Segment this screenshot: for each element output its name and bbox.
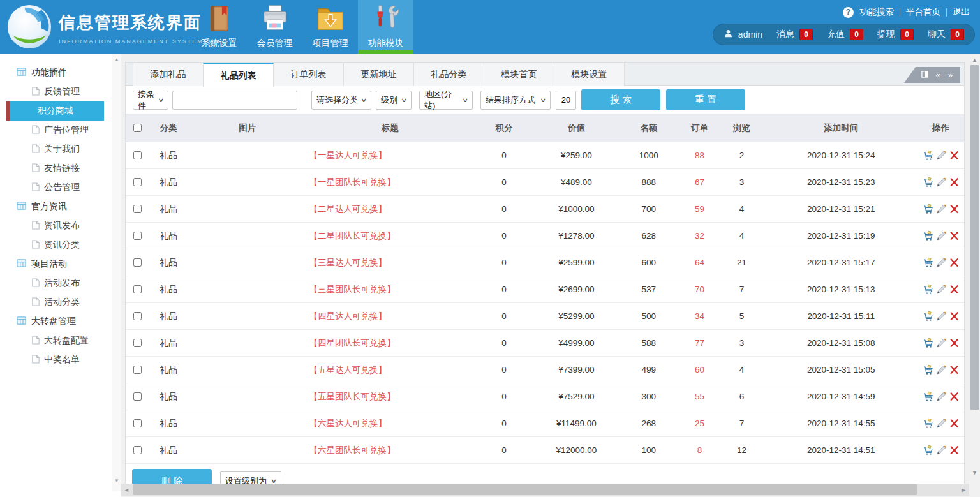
sidebar-item[interactable]: 积分商城 bbox=[6, 101, 104, 121]
cell-orders[interactable]: 8 bbox=[681, 437, 719, 463]
delete-icon[interactable] bbox=[949, 285, 959, 294]
scroll-right-icon[interactable]: ► bbox=[958, 484, 969, 496]
counter[interactable]: 聊天 0 bbox=[928, 29, 964, 40]
cell-title[interactable]: 【三星达人可兑换】 bbox=[308, 249, 473, 276]
delete-icon[interactable] bbox=[949, 338, 959, 348]
sidebar-item[interactable]: 关于我们 bbox=[0, 140, 112, 159]
cell-title[interactable]: 【二星团队长可兑换】 bbox=[308, 223, 473, 249]
sidebar-group-header[interactable]: 大转盘管理 bbox=[0, 312, 112, 331]
cell-title[interactable]: 【二星达人可兑换】 bbox=[308, 196, 473, 222]
cell-title[interactable]: 【一星团队长可兑换】 bbox=[308, 169, 473, 195]
scroll-up-icon[interactable]: ▲ bbox=[969, 54, 980, 65]
delete-icon[interactable] bbox=[949, 311, 959, 321]
nav-item-project-management[interactable]: 项目管理 bbox=[302, 0, 358, 54]
sidebar-item[interactable]: 活动分类 bbox=[0, 293, 112, 312]
scroll-down-icon[interactable]: ▼ bbox=[112, 476, 121, 485]
cell-orders[interactable]: 55 bbox=[681, 383, 719, 410]
nav-item-system-settings[interactable]: 系统设置 bbox=[191, 0, 247, 54]
row-checkbox[interactable] bbox=[133, 312, 142, 320]
delete-icon[interactable] bbox=[949, 258, 959, 267]
cart-icon[interactable] bbox=[923, 418, 933, 429]
tab[interactable]: 模块设置 bbox=[554, 63, 625, 86]
cart-icon[interactable] bbox=[923, 177, 933, 188]
cell-orders[interactable]: 25 bbox=[681, 410, 719, 436]
select-all-checkbox[interactable] bbox=[133, 124, 142, 132]
row-checkbox[interactable] bbox=[133, 366, 142, 374]
edit-icon[interactable] bbox=[936, 150, 947, 161]
level-select[interactable]: 级别 ∨ bbox=[376, 91, 412, 110]
cart-icon[interactable] bbox=[923, 311, 933, 322]
scroll-up-icon[interactable]: ▲ bbox=[112, 55, 121, 64]
nav-item-member-management[interactable]: 会员管理 bbox=[247, 0, 302, 54]
cell-orders[interactable]: 70 bbox=[681, 276, 719, 302]
sidebar-item[interactable]: 公告管理 bbox=[0, 178, 112, 197]
page-size-input[interactable] bbox=[556, 91, 576, 110]
cell-title[interactable]: 【五星达人可兑换】 bbox=[308, 357, 473, 383]
collapse-right-icon[interactable]: » bbox=[948, 70, 953, 80]
cart-icon[interactable] bbox=[923, 338, 933, 348]
username[interactable]: admin bbox=[738, 29, 762, 40]
delete-icon[interactable] bbox=[949, 365, 959, 375]
tab[interactable]: 更新地址 bbox=[343, 63, 414, 86]
edit-icon[interactable] bbox=[936, 230, 947, 241]
cell-orders[interactable]: 34 bbox=[681, 303, 719, 329]
delete-icon[interactable] bbox=[949, 177, 959, 187]
row-checkbox[interactable] bbox=[133, 258, 142, 267]
counter[interactable]: 提现 0 bbox=[877, 29, 914, 40]
row-checkbox[interactable] bbox=[133, 392, 142, 401]
cell-title[interactable]: 【四星达人可兑换】 bbox=[308, 303, 473, 329]
cell-title[interactable]: 【一星达人可兑换】 bbox=[308, 142, 473, 168]
cell-title[interactable]: 【四星团队长可兑换】 bbox=[308, 330, 473, 356]
cart-icon[interactable] bbox=[923, 230, 933, 241]
cell-title[interactable]: 【六星达人可兑换】 bbox=[308, 410, 473, 436]
cart-icon[interactable] bbox=[923, 284, 933, 295]
help-icon[interactable]: ? bbox=[843, 7, 854, 18]
delete-icon[interactable] bbox=[949, 204, 959, 214]
edit-icon[interactable] bbox=[936, 445, 947, 456]
cell-orders[interactable]: 59 bbox=[681, 196, 719, 222]
main-horizontal-scrollbar[interactable]: ◄ ► bbox=[121, 484, 969, 496]
scroll-down-icon[interactable]: ▼ bbox=[969, 467, 980, 478]
edit-icon[interactable] bbox=[936, 391, 947, 402]
row-checkbox[interactable] bbox=[133, 232, 142, 240]
cell-orders[interactable]: 32 bbox=[681, 223, 719, 249]
sidebar-item[interactable]: 广告位管理 bbox=[0, 121, 112, 140]
link-platform-home[interactable]: 平台首页 bbox=[906, 6, 940, 18]
sidebar-group-header[interactable]: 功能插件 bbox=[0, 63, 112, 82]
cart-icon[interactable] bbox=[923, 204, 933, 214]
cell-orders[interactable]: 67 bbox=[681, 169, 719, 195]
cart-icon[interactable] bbox=[923, 445, 933, 456]
panel-collapse-widget[interactable]: « » bbox=[904, 67, 960, 83]
counter[interactable]: 充值 0 bbox=[827, 29, 863, 40]
delete-icon[interactable] bbox=[949, 445, 959, 455]
edit-icon[interactable] bbox=[936, 284, 947, 295]
condition-select[interactable]: 按条件 ∨ bbox=[133, 91, 168, 110]
tab[interactable]: 订单列表 bbox=[273, 63, 344, 86]
reset-button[interactable]: 重 置 bbox=[666, 89, 745, 110]
sidebar-item[interactable]: 大转盘配置 bbox=[0, 331, 112, 350]
main-vertical-scrollbar[interactable]: ▲ ▼ bbox=[969, 54, 980, 497]
row-checkbox[interactable] bbox=[133, 151, 142, 159]
row-checkbox[interactable] bbox=[133, 339, 142, 347]
edit-icon[interactable] bbox=[936, 418, 947, 429]
category-select[interactable]: 请选择分类 ∨ bbox=[311, 91, 371, 110]
row-checkbox[interactable] bbox=[133, 285, 142, 293]
delete-icon[interactable] bbox=[949, 419, 959, 428]
edit-icon[interactable] bbox=[936, 204, 947, 214]
tab[interactable]: 礼品分类 bbox=[413, 63, 484, 86]
tab[interactable]: 礼品列表 bbox=[203, 63, 274, 87]
sidebar-scrollbar[interactable]: ▲ ▼ bbox=[112, 54, 121, 491]
cell-orders[interactable]: 64 bbox=[681, 249, 719, 276]
sidebar-group-header[interactable]: 官方资讯 bbox=[0, 197, 112, 216]
cart-icon[interactable] bbox=[923, 364, 933, 375]
vertical-scroll-thumb[interactable] bbox=[970, 65, 979, 410]
sidebar-item[interactable]: 反馈管理 bbox=[0, 82, 112, 101]
row-checkbox[interactable] bbox=[133, 419, 142, 427]
cart-icon[interactable] bbox=[923, 391, 933, 402]
sidebar-group-header[interactable]: 项目活动 bbox=[0, 255, 112, 274]
row-checkbox[interactable] bbox=[133, 178, 142, 186]
link-function-search[interactable]: 功能搜索 bbox=[859, 6, 894, 18]
sidebar-item[interactable]: 友情链接 bbox=[0, 159, 112, 178]
edit-icon[interactable] bbox=[936, 311, 947, 322]
cart-icon[interactable] bbox=[923, 257, 933, 268]
